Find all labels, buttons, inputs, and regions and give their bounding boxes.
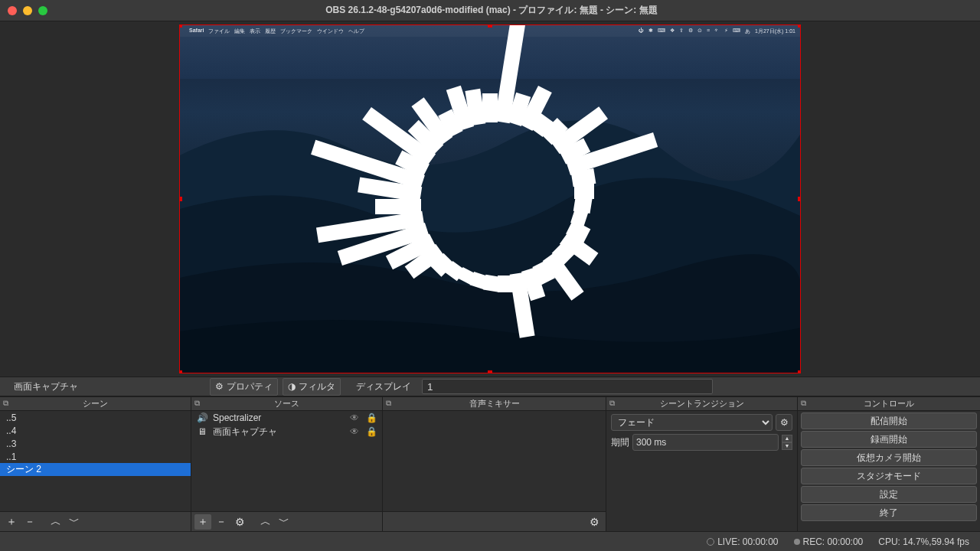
titlebar: OBS 26.1.2-48-g54207a0d6-modified (mac) … [0,0,980,21]
lock-toggle[interactable]: 🔒 [365,426,377,437]
handle-top-mid[interactable] [488,24,492,28]
transition-settings-button[interactable]: ⚙ [776,414,792,431]
scene-item[interactable]: ..5 [0,411,191,424]
menubar-app: Safari [189,28,204,35]
gear-icon: ⚙ [215,381,224,392]
sources-title: ⧉ ソース [191,397,382,411]
close-button[interactable] [8,6,17,15]
duration-label: 期間 [611,436,629,449]
sources-list[interactable]: 🔊Spectralizer👁🔒🖥画面キャプチャ👁🔒 [191,411,382,511]
scene-item[interactable]: ..4 [0,424,191,437]
duration-spinner[interactable]: ▲▼ [782,435,792,450]
rec-status: REC: 00:00:00 [794,536,864,547]
control-button[interactable]: 設定 [801,486,977,503]
handle-bottom-mid[interactable] [488,370,492,373]
mixer-settings-button[interactable]: ⚙ [586,514,603,530]
audio-mixer-panel: ⧉ 音声ミキサー ⚙ [383,397,606,531]
source-properties-button[interactable]: ⚙ [231,514,248,530]
transitions-panel: ⧉ シーントランジション フェード ⚙ 期間 ▲▼ [606,397,798,531]
source-up-button[interactable]: ︿ [257,514,274,530]
transition-select[interactable]: フェード [611,414,773,431]
window-title: OBS 26.1.2-48-g54207a0d6-modified (mac) … [47,4,936,17]
duration-input[interactable] [632,434,779,451]
popout-icon[interactable]: ⧉ [194,399,200,408]
popout-icon[interactable]: ⧉ [801,399,806,408]
lock-toggle[interactable]: 🔒 [365,412,377,423]
preview-canvas[interactable]: Safari ファイル 編集 表示 履歴 ブックマーク ウインドウ ヘルプ ⏻✱… [179,24,801,373]
handle-bottom-left[interactable] [179,370,182,373]
visibility-toggle[interactable]: 👁 [348,426,361,437]
traffic-lights [8,6,47,15]
maximize-button[interactable] [38,6,47,15]
cpu-status: CPU: 14.7%,59.94 fps [878,536,969,547]
preview-area[interactable]: Safari ファイル 編集 表示 履歴 ブックマーク ウインドウ ヘルプ ⏻✱… [0,21,980,377]
handle-top-left[interactable] [179,24,182,28]
scenes-panel: ⧉ シーン ..5..4..3..1シーン 2 ＋ － ︿ ﹀ [0,397,191,531]
remove-source-button[interactable]: － [213,514,230,530]
control-button[interactable]: 仮想カメラ開始 [801,449,977,466]
sources-footer: ＋ － ⚙ ︿ ﹀ [191,511,382,531]
add-scene-button[interactable]: ＋ [3,514,20,530]
selected-source-label: 画面キャプチャ [5,378,188,396]
docks-row: ⧉ シーン ..5..4..3..1シーン 2 ＋ － ︿ ﹀ ⧉ ソース 🔊S… [0,396,980,531]
live-status: LIVE: 00:00:00 [707,536,778,547]
filters-button[interactable]: ◑ フィルタ [283,378,341,396]
broadcast-icon [707,538,714,546]
control-button[interactable]: 録画開始 [801,431,977,448]
record-icon [794,539,800,545]
control-button[interactable]: 配信開始 [801,412,977,429]
scene-item[interactable]: ..1 [0,450,191,463]
source-name: Spectralizer [213,412,344,423]
handle-bottom-right[interactable] [798,370,801,373]
popout-icon[interactable]: ⧉ [386,399,391,408]
scene-up-button[interactable]: ︿ [47,514,64,530]
source-item[interactable]: 🔊Spectralizer👁🔒 [191,411,382,425]
handle-left-mid[interactable] [179,197,182,201]
speaker-icon: 🔊 [196,412,208,423]
audio-mixer-body [383,411,606,511]
menubar-right-icons: ⏻✱ ⌨❖ ⇪⚙ ⊙≡ ᯤ⚡︎ ⌨あ 1月27日(水) 1:01 [639,28,795,35]
controls-body: 配信開始録画開始仮想カメラ開始スタジオモード設定終了 [798,411,980,531]
audio-mixer-title: ⧉ 音声ミキサー [383,397,606,411]
scene-down-button[interactable]: ﹀ [66,514,83,530]
sources-panel: ⧉ ソース 🔊Spectralizer👁🔒🖥画面キャプチャ👁🔒 ＋ － ⚙ ︿ … [191,397,383,531]
monitor-icon: 🖥 [196,426,208,437]
scene-item[interactable]: シーン 2 [0,463,191,476]
source-name: 画面キャプチャ [213,425,344,439]
minimize-button[interactable] [23,6,32,15]
add-source-button[interactable]: ＋ [194,514,211,530]
scenes-title: ⧉ シーン [0,397,191,411]
scene-item[interactable]: ..3 [0,437,191,450]
popout-icon[interactable]: ⧉ [609,399,615,408]
handle-top-right[interactable] [798,24,801,28]
control-button[interactable]: スタジオモード [801,468,977,484]
scenes-list[interactable]: ..5..4..3..1シーン 2 [0,411,191,511]
scenes-footer: ＋ － ︿ ﹀ [0,511,191,531]
controls-panel: ⧉ コントロール 配信開始録画開始仮想カメラ開始スタジオモード設定終了 [798,397,980,531]
property-key-label: ディスプレイ [350,379,417,395]
visibility-toggle[interactable]: 👁 [348,412,361,423]
properties-button[interactable]: ⚙ プロパティ [210,378,278,396]
filter-icon: ◑ [288,381,296,392]
control-button[interactable]: 終了 [801,504,977,521]
display-select[interactable] [422,379,713,394]
status-bar: LIVE: 00:00:00 REC: 00:00:00 CPU: 14.7%,… [0,531,980,551]
remove-scene-button[interactable]: － [21,514,38,530]
source-item[interactable]: 🖥画面キャプチャ👁🔒 [191,425,382,439]
source-context-toolbar: 画面キャプチャ ⚙ プロパティ ◑ フィルタ ディスプレイ [0,377,980,396]
popout-icon[interactable]: ⧉ [3,399,8,408]
audio-mixer-footer: ⚙ [383,511,606,531]
landscape-illustration [180,25,801,373]
controls-title: ⧉ コントロール [798,397,980,411]
transitions-body: フェード ⚙ 期間 ▲▼ [606,411,797,531]
handle-right-mid[interactable] [798,197,801,201]
transitions-title: ⧉ シーントランジション [606,397,797,411]
source-down-button[interactable]: ﹀ [276,514,292,530]
